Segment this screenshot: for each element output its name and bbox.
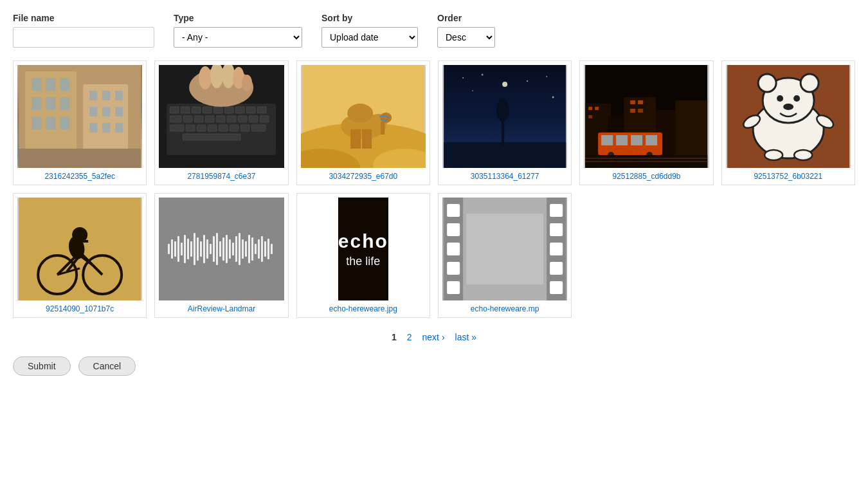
- svg-rect-144: [216, 233, 218, 265]
- svg-rect-9: [46, 116, 55, 129]
- svg-rect-159: [264, 241, 266, 257]
- svg-point-71: [502, 82, 507, 87]
- svg-point-77: [552, 97, 554, 98]
- svg-rect-142: [210, 244, 212, 254]
- media-label-9: echo-hereweare.jpg: [329, 304, 397, 313]
- media-item-8[interactable]: AirReview-Landmar: [154, 193, 288, 318]
- svg-point-75: [546, 76, 547, 77]
- page-last[interactable]: last »: [453, 331, 479, 344]
- filename-filter: File name: [13, 13, 154, 48]
- svg-rect-26: [192, 107, 201, 113]
- svg-rect-97: [631, 135, 642, 145]
- svg-point-108: [800, 74, 818, 92]
- svg-rect-63: [366, 129, 372, 149]
- svg-rect-24: [170, 107, 179, 113]
- media-item-2[interactable]: 2781959874_c6e37: [154, 60, 288, 185]
- svg-rect-148: [229, 239, 231, 259]
- svg-rect-5: [32, 97, 41, 110]
- svg-rect-12: [89, 91, 97, 100]
- svg-rect-161: [271, 244, 273, 254]
- svg-rect-4: [60, 78, 69, 91]
- svg-rect-168: [447, 262, 460, 275]
- svg-rect-157: [258, 239, 260, 259]
- svg-rect-172: [550, 243, 563, 255]
- svg-rect-32: [257, 107, 266, 113]
- svg-rect-33: [170, 116, 181, 122]
- svg-rect-37: [216, 116, 225, 122]
- sortby-filter: Sort by Upload date File name File size …: [321, 13, 418, 48]
- svg-rect-145: [219, 241, 221, 257]
- media-item-3[interactable]: 3034272935_e67d0: [296, 60, 430, 185]
- svg-rect-48: [240, 125, 249, 131]
- media-item-10[interactable]: echo-hereweare.mp: [438, 193, 572, 318]
- svg-rect-44: [197, 125, 206, 131]
- media-item-4[interactable]: 3035113364_61277: [438, 60, 572, 185]
- svg-rect-14: [115, 91, 123, 100]
- svg-rect-10: [60, 116, 69, 129]
- svg-rect-41: [260, 116, 269, 122]
- svg-rect-165: [447, 204, 460, 217]
- svg-point-114: [764, 150, 782, 160]
- svg-rect-131: [174, 241, 176, 257]
- svg-rect-138: [197, 237, 199, 261]
- svg-rect-65: [362, 129, 367, 149]
- type-select[interactable]: - Any - Image Audio Video Document: [174, 27, 302, 48]
- submit-button[interactable]: Submit: [13, 356, 71, 376]
- svg-rect-158: [261, 236, 263, 262]
- media-item-9[interactable]: echo the life echo-hereweare.jpg: [296, 193, 430, 318]
- svg-point-109: [777, 95, 783, 102]
- svg-rect-87: [588, 107, 592, 110]
- svg-rect-67: [381, 122, 384, 134]
- media-item-1[interactable]: 2316242355_5a2fec: [13, 60, 147, 185]
- svg-rect-154: [248, 235, 250, 263]
- svg-rect-146: [222, 237, 224, 261]
- svg-rect-2: [32, 78, 41, 91]
- svg-rect-16: [102, 107, 110, 116]
- svg-rect-7: [60, 97, 69, 110]
- svg-point-110: [793, 95, 800, 102]
- order-select[interactable]: Desc Asc: [437, 27, 495, 48]
- svg-rect-96: [616, 135, 628, 145]
- media-item-6[interactable]: 92513752_6b03221: [721, 60, 855, 185]
- svg-rect-27: [203, 107, 212, 113]
- svg-rect-21: [19, 149, 141, 168]
- svg-rect-91: [638, 100, 643, 104]
- svg-point-80: [496, 98, 509, 122]
- svg-point-52: [199, 66, 212, 89]
- svg-rect-78: [444, 142, 566, 168]
- svg-rect-136: [190, 241, 192, 257]
- svg-rect-175: [466, 214, 543, 284]
- svg-rect-47: [230, 125, 239, 131]
- thumb-9: echo the life: [338, 198, 388, 300]
- svg-rect-34: [183, 116, 192, 122]
- svg-rect-17: [115, 107, 123, 116]
- page-2[interactable]: 2: [404, 331, 415, 344]
- order-filter: Order Desc Asc: [437, 13, 495, 48]
- svg-rect-170: [550, 204, 563, 217]
- svg-rect-156: [255, 244, 257, 254]
- svg-rect-132: [177, 236, 179, 262]
- svg-rect-129: [168, 244, 170, 254]
- thumb-1: [17, 65, 142, 168]
- cancel-button[interactable]: Cancel: [78, 356, 136, 376]
- svg-point-74: [527, 80, 528, 82]
- svg-rect-43: [186, 125, 195, 131]
- svg-rect-171: [550, 223, 563, 236]
- sortby-label: Sort by: [321, 13, 418, 23]
- page-next[interactable]: next ›: [420, 331, 448, 344]
- svg-rect-15: [89, 107, 97, 116]
- filename-input[interactable]: [13, 27, 154, 48]
- media-item-5[interactable]: 92512885_cd6dd9b: [579, 60, 713, 185]
- svg-point-72: [462, 77, 464, 78]
- sortby-select[interactable]: Upload date File name File size File typ…: [321, 27, 418, 48]
- svg-rect-36: [205, 116, 214, 122]
- media-item-7[interactable]: 92514090_1071b7c: [13, 193, 147, 318]
- svg-rect-152: [242, 239, 244, 259]
- svg-rect-133: [181, 243, 183, 255]
- svg-rect-38: [227, 116, 236, 122]
- page-current: 1: [389, 331, 399, 344]
- media-label-4: 3035113364_61277: [471, 172, 539, 181]
- thumb-8: [159, 198, 284, 300]
- svg-rect-25: [181, 107, 190, 113]
- thumb-10: [442, 198, 567, 300]
